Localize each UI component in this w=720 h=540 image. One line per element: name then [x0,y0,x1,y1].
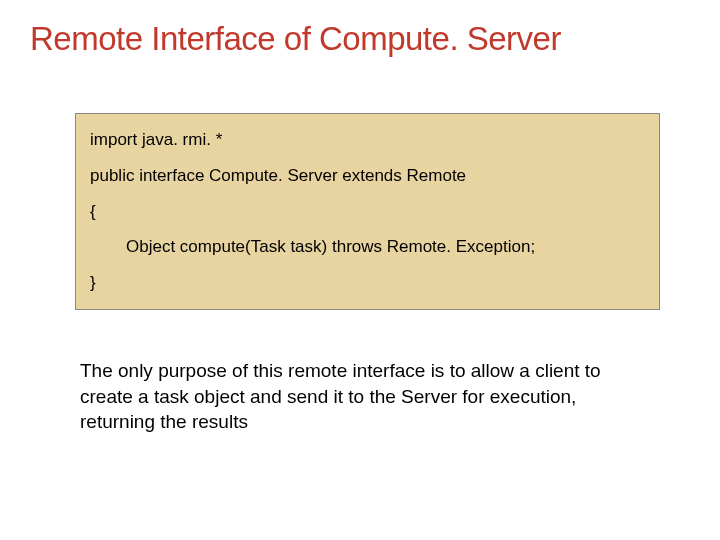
body-paragraph: The only purpose of this remote interfac… [80,358,650,435]
code-line: } [90,271,645,295]
code-block: import java. rmi. * public interface Com… [75,113,660,310]
slide: Remote Interface of Compute. Server impo… [0,0,720,540]
code-line: Object compute(Task task) throws Remote.… [90,235,645,259]
slide-title: Remote Interface of Compute. Server [0,0,720,58]
code-line: { [90,200,645,224]
code-line: public interface Compute. Server extends… [90,164,645,188]
code-line: import java. rmi. * [90,128,645,152]
